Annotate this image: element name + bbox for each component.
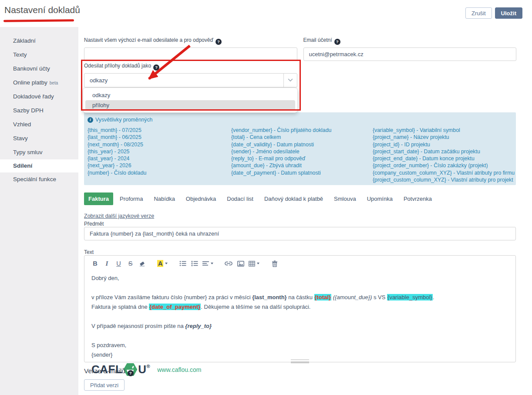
attachments-dropdown: odkazypřílohy	[83, 88, 298, 113]
clear-format-icon[interactable]	[138, 259, 146, 268]
page-title: Nastavení dokladů	[4, 5, 80, 15]
editor-text: .	[433, 294, 434, 300]
variable-explanation: {reply_to} - E-mail pro odpověď	[231, 155, 373, 162]
variable-explanation: {project_custom_column_XYZ} - Vlastní at…	[373, 176, 515, 183]
variables-column: {variable_symbol} - Variabilní symbol{pr…	[373, 127, 515, 183]
subject-label: Předmět	[84, 221, 104, 227]
editor-content[interactable]: Dobrý den, v příloze Vám zasíláme faktur…	[84, 270, 515, 360]
attachments-select-value: odkazy	[84, 74, 283, 87]
sidebar-item-typy-smluv[interactable]: Typy smluv	[0, 145, 78, 159]
sidebar: ZákladníTextyBankovní účtyOnline platbyb…	[0, 27, 78, 395]
editor-paragraph	[91, 283, 508, 293]
numbered-list-icon[interactable]	[191, 259, 198, 268]
variables-title-row: Vysvětlivky proměnných	[88, 117, 516, 123]
sender-email-label: Nastavit všem výchozí e-mail odesilatele…	[84, 37, 297, 45]
header-buttons: Zrušit Uložit	[465, 7, 522, 19]
sidebar-item-základní[interactable]: Základní	[0, 34, 78, 48]
align-icon[interactable]	[202, 259, 213, 268]
variable-token: {last_month}	[252, 294, 286, 300]
editor-paragraph: Faktura je splatná dne {date_of_payment}…	[91, 302, 508, 312]
sidebar-item-bankovní-účty[interactable]: Bankovní účty	[0, 62, 78, 76]
image-icon[interactable]	[237, 259, 244, 268]
variable-explanation: {variable_symbol} - Variabilní symbol	[373, 127, 515, 134]
email-versions-title: Verze e-mailů	[84, 367, 125, 375]
sidebar-item-online-platby[interactable]: Online platbybeta	[0, 76, 78, 90]
help-icon[interactable]	[334, 39, 340, 45]
variables-columns: {this_month} - 07/2025{last_month} - 06/…	[88, 127, 516, 183]
add-version-button[interactable]: Přidat verzi	[84, 379, 125, 391]
accountant-email-input[interactable]	[303, 47, 517, 61]
dropdown-option-odkazy[interactable]: odkazy	[85, 90, 295, 100]
variable-token: {date_of_payment}	[149, 304, 201, 310]
caflou-website-link[interactable]: www.caflou.com	[157, 366, 201, 373]
header: Nastavení dokladů Zrušit Uložit	[0, 0, 532, 27]
link-icon[interactable]	[225, 259, 232, 268]
underline-icon[interactable]: U	[115, 259, 122, 268]
sidebar-item-stavy[interactable]: Stavy	[0, 132, 78, 145]
variable-token: {total}	[314, 294, 332, 300]
help-icon[interactable]	[128, 370, 134, 376]
editor-text: na částku	[287, 294, 314, 300]
tab-potvrzenka[interactable]: Potvrzenka	[399, 192, 436, 205]
editor-text: s VS	[372, 294, 387, 300]
table-icon[interactable]	[249, 259, 259, 268]
sidebar-item-dokladové-řady[interactable]: Dokladové řady	[0, 90, 78, 104]
tab-objednávka[interactable]: Objednávka	[182, 192, 220, 205]
language-versions-link[interactable]: Zobrazit další jazykové verze	[84, 213, 154, 219]
rich-text-editor[interactable]: BIUSA Dobrý den, v příloze Vám zasíláme …	[84, 255, 516, 362]
chevron-down-icon[interactable]	[283, 74, 297, 87]
tab-nabídka[interactable]: Nabídka	[149, 192, 179, 205]
delete-icon[interactable]	[271, 259, 278, 268]
sidebar-item-texty[interactable]: Texty	[0, 48, 78, 62]
variable-explanation: {last_year} - 2024	[88, 155, 231, 162]
variable-explanation: {project_id} - ID projektu	[373, 141, 515, 148]
sidebar-item-sazby-dph[interactable]: Sazby DPH	[0, 104, 78, 118]
dropdown-option-přílohy[interactable]: přílohy	[85, 100, 295, 110]
editor-text: v příloze Vám zasíláme fakturu číslo {nu…	[91, 294, 252, 300]
editor-paragraph	[91, 312, 508, 321]
email-versions-heading: Verze e-mailů	[84, 367, 134, 376]
accountant-email-label-text: Email účetní	[303, 37, 332, 43]
bold-icon[interactable]: B	[91, 259, 99, 268]
main-content: Nastavit všem výchozí e-mail odesilatele…	[78, 27, 532, 395]
variable-token: {reply_to}	[185, 323, 212, 329]
variable-explanation: {number} - Číslo dokladu	[88, 169, 231, 176]
email-fields-row: Nastavit všem výchozí e-mail odesilatele…	[84, 37, 516, 61]
subject-input[interactable]	[84, 227, 516, 240]
tab-upomínka[interactable]: Upomínka	[363, 192, 397, 205]
info-icon	[88, 117, 93, 123]
text-color-icon[interactable]: A	[157, 259, 168, 268]
variables-info-box: Vysvětlivky proměnných {this_month} - 07…	[84, 112, 516, 185]
sender-email-input[interactable]	[84, 47, 297, 61]
strikethrough-icon[interactable]: S	[127, 259, 134, 268]
variables-column: {this_month} - 07/2025{last_month} - 06/…	[88, 127, 231, 183]
editor-paragraph: Dobrý den,	[91, 273, 508, 283]
variable-explanation: {project_order_number} - Číslo zakázky (…	[373, 162, 515, 169]
bullet-list-icon[interactable]	[179, 259, 186, 268]
save-button[interactable]: Uložit	[495, 7, 522, 19]
beta-badge: beta	[50, 81, 58, 85]
editor-resize-handle[interactable]	[291, 359, 309, 363]
tab-dodací-list[interactable]: Dodací list	[222, 192, 258, 205]
sidebar-item-speciální-funkce[interactable]: Speciální funkce	[0, 172, 78, 186]
italic-icon[interactable]: I	[103, 259, 111, 268]
cancel-button[interactable]: Zrušit	[465, 7, 492, 19]
sidebar-item-sdílení[interactable]: Sdílení	[0, 159, 78, 172]
attachments-select[interactable]: odkazy	[84, 73, 297, 88]
variable-explanation: {amount_due} - Zbývá uhradit	[231, 162, 373, 169]
tab-daňový-doklad-k-platbě[interactable]: Daňový doklad k platbě	[260, 192, 327, 205]
editor-text: Faktura je splatná dne	[91, 304, 149, 310]
editor-text: {sender}	[91, 351, 112, 358]
help-icon[interactable]	[153, 64, 159, 71]
registered-mark: ®	[147, 364, 151, 369]
tab-proforma[interactable]: Proforma	[115, 192, 147, 205]
editor-paragraph	[91, 331, 508, 341]
help-icon[interactable]	[215, 39, 222, 45]
sidebar-item-vzhled[interactable]: Vzhled	[0, 118, 78, 132]
accountant-email-field-group: Email účetní	[303, 37, 517, 61]
document-type-tabs: FakturaProformaNabídkaObjednávkaDodací l…	[84, 192, 436, 205]
tab-smlouva[interactable]: Smlouva	[330, 192, 360, 205]
variable-explanation: {this_month} - 07/2025	[88, 127, 231, 134]
red-underline-annotation	[3, 19, 74, 22]
tab-faktura[interactable]: Faktura	[84, 192, 113, 205]
